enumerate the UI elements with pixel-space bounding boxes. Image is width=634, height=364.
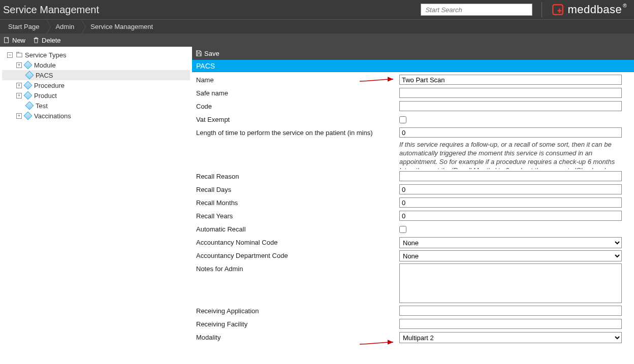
diamond-icon: [24, 61, 33, 70]
name-field[interactable]: [399, 75, 622, 85]
recall-reason-label: Recall Reason: [196, 171, 399, 180]
tree-panel: − Service Types +Module PACS +Procedure …: [0, 47, 192, 355]
safename-label: Safe name: [196, 87, 399, 97]
crumb-service-management[interactable]: Service Management: [84, 21, 161, 32]
dept-select[interactable]: None: [399, 250, 622, 261]
modality-select[interactable]: Multipart 2: [399, 332, 622, 343]
length-field[interactable]: [399, 127, 622, 138]
expand-icon[interactable]: +: [16, 93, 22, 98]
meddbase-icon: [551, 3, 564, 16]
tree-item-vaccinations[interactable]: +Vaccinations: [2, 111, 190, 121]
recall-help-text: If this service requires a follow-up, or…: [399, 141, 622, 169]
recall-days-field[interactable]: [399, 184, 622, 194]
notes-textarea[interactable]: [399, 263, 622, 303]
new-button[interactable]: New: [3, 37, 25, 44]
breadcrumb: Start Page Admin Service Management: [0, 19, 634, 34]
safename-field[interactable]: [399, 88, 622, 98]
detail-panel: Save PACS Name Safe name Code Vat Exempt…: [192, 47, 634, 355]
tree-item-product[interactable]: +Product: [2, 90, 190, 101]
code-label: Code: [196, 101, 399, 110]
svg-rect-2: [558, 10, 562, 11]
brand-text: meddbase: [567, 3, 622, 16]
recall-reason-field[interactable]: [399, 171, 622, 181]
search-input[interactable]: [421, 4, 532, 16]
folder-icon: [16, 51, 23, 58]
recv-app-label: Receiving Application: [196, 305, 399, 315]
recv-fac-label: Receiving Facility: [196, 318, 399, 328]
recv-app-field[interactable]: [399, 306, 622, 316]
divider: [542, 2, 542, 17]
actionbar: New Delete: [0, 34, 634, 47]
save-icon: [195, 50, 202, 57]
diamond-icon: [25, 71, 34, 80]
main: − Service Types +Module PACS +Procedure …: [0, 47, 634, 355]
reg-mark: ®: [623, 3, 627, 9]
crumb-admin[interactable]: Admin: [49, 21, 82, 32]
crumb-start[interactable]: Start Page: [2, 21, 47, 32]
svg-rect-0: [553, 5, 563, 15]
tree-item-module[interactable]: +Module: [2, 60, 190, 70]
expand-icon[interactable]: +: [16, 113, 22, 119]
code-field[interactable]: [399, 101, 622, 111]
modality-label: Modality: [196, 332, 399, 341]
diamond-icon: [24, 81, 33, 90]
vat-label: Vat Exempt: [196, 114, 399, 123]
recall-days-label: Recall Days: [196, 184, 399, 193]
tree-root[interactable]: − Service Types: [2, 50, 190, 60]
topbar: Service Management meddbase®: [0, 0, 634, 19]
form: Name Safe name Code Vat Exempt Length of…: [192, 72, 634, 355]
savebar: Save: [192, 47, 634, 60]
delete-button[interactable]: Delete: [33, 37, 61, 44]
recall-years-label: Recall Years: [196, 210, 399, 220]
diamond-icon: [25, 102, 34, 110]
tree-item-test[interactable]: Test: [2, 101, 190, 111]
recv-fac-field[interactable]: [399, 319, 622, 329]
new-icon: [3, 37, 10, 44]
recall-months-label: Recall Months: [196, 197, 399, 207]
dept-label: Accountancy Department Code: [196, 250, 399, 259]
svg-rect-4: [17, 53, 22, 57]
auto-recall-label: Automatic Recall: [196, 223, 399, 233]
expand-icon[interactable]: +: [16, 62, 22, 68]
page-title: Service Management: [3, 4, 99, 16]
section-header: PACS: [192, 60, 634, 72]
expand-icon[interactable]: +: [16, 83, 22, 88]
vat-checkbox[interactable]: [399, 116, 406, 123]
auto-recall-checkbox[interactable]: [399, 226, 406, 233]
tree-item-pacs[interactable]: PACS: [2, 70, 190, 80]
length-label: Length of time to perform the service on…: [196, 127, 399, 137]
trash-icon: [33, 37, 40, 44]
save-button[interactable]: Save: [195, 50, 219, 57]
nominal-select[interactable]: None: [399, 237, 622, 248]
notes-label: Notes for Admin: [196, 263, 399, 273]
nominal-label: Accountancy Nominal Code: [196, 237, 399, 246]
recall-years-field[interactable]: [399, 211, 622, 221]
recall-months-field[interactable]: [399, 197, 622, 208]
name-label: Name: [196, 74, 399, 84]
brand-logo: meddbase®: [551, 3, 629, 16]
collapse-icon[interactable]: −: [7, 52, 13, 58]
diamond-icon: [24, 112, 33, 120]
tree-item-procedure[interactable]: +Procedure: [2, 80, 190, 90]
diamond-icon: [24, 91, 33, 100]
